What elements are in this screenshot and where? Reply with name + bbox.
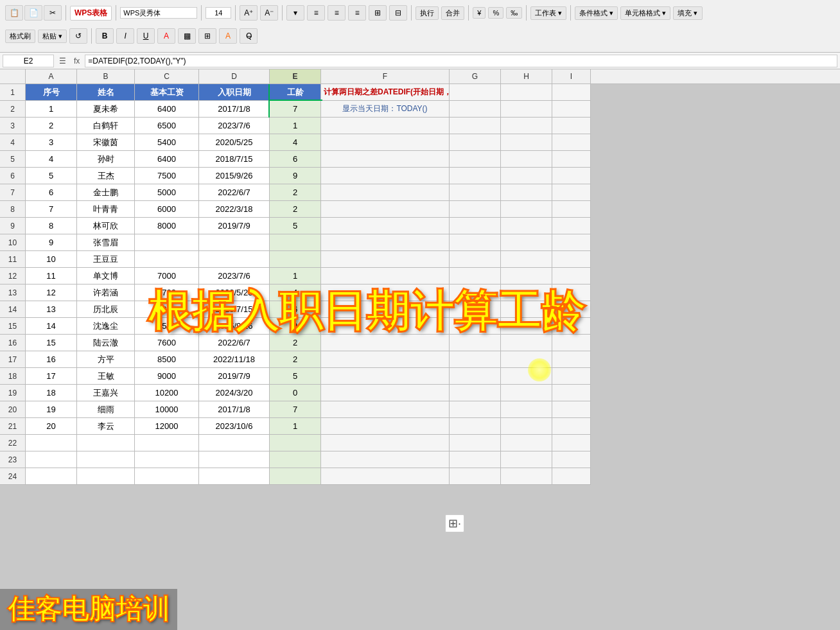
unmerge-btn[interactable]: ⊟ <box>389 5 407 21</box>
format-text-btn[interactable]: 格式刷 <box>5 30 35 43</box>
cell-a2[interactable]: 1 <box>26 101 77 118</box>
cursor-indicator <box>528 358 551 381</box>
font-bg-btn[interactable]: A <box>219 28 237 44</box>
row-num-19[interactable]: 19 <box>0 385 26 401</box>
header-name[interactable]: 姓名 <box>77 84 135 101</box>
formula-input[interactable] <box>85 55 837 67</box>
undo-btn[interactable]: ↺ <box>69 28 87 44</box>
sep8 <box>526 5 527 21</box>
col-header-d[interactable]: D <box>199 69 270 83</box>
row-num-3[interactable]: 3 <box>0 118 26 134</box>
yuan-btn[interactable]: ¥ <box>473 7 486 19</box>
font-size-input[interactable] <box>206 7 231 19</box>
header-f[interactable]: 计算两日期之差DATEDIF(开始日期，结束日期） <box>321 84 450 101</box>
header-i[interactable] <box>552 84 591 101</box>
row-num-15[interactable]: 15 <box>0 318 26 335</box>
row-num-14[interactable]: 14 <box>0 301 26 318</box>
underline-btn[interactable]: U <box>137 28 155 44</box>
row-num-24[interactable]: 24 <box>0 468 26 485</box>
conditional-format-btn[interactable]: 条件格式 ▾ <box>575 6 618 20</box>
col-header-g[interactable]: G <box>450 69 501 83</box>
strikethrough-btn[interactable]: Q̶ <box>240 28 258 44</box>
toolbar: 📋 📄 ✂ WPS表格 A⁺ A⁻ ▾ ≡ ≡ ≡ ⊞ ⊟ 执行 合并 ¥ % … <box>0 0 840 53</box>
toolbar-row2: 格式刷 粘贴 ▾ ↺ B I U A ▩ ⊞ A Q̶ <box>3 24 837 48</box>
col-header-i[interactable]: I <box>552 69 591 83</box>
cell-e2[interactable]: 7 <box>270 101 321 118</box>
col-header-e[interactable]: E <box>270 69 321 83</box>
row-num-4[interactable]: 4 <box>0 134 26 151</box>
permil-btn[interactable]: ‰ <box>506 7 522 19</box>
align-dropdown-btn[interactable]: ▾ <box>286 5 304 21</box>
table-row: 20李云120002023/10/61 <box>26 418 591 435</box>
execute-btn[interactable]: 执行 <box>416 6 439 20</box>
row-num-10[interactable]: 10 <box>0 234 26 251</box>
align-center-btn[interactable]: ≡ <box>328 5 346 21</box>
merge-btn[interactable]: ⊞ <box>369 5 387 21</box>
sep4 <box>235 5 236 21</box>
row-num-12[interactable]: 12 <box>0 268 26 284</box>
cell-c2[interactable]: 6400 <box>135 101 199 118</box>
cell-f2[interactable]: 显示当天日期：TODAY() <box>321 101 450 118</box>
header-no[interactable]: 序号 <box>26 84 77 101</box>
header-h[interactable] <box>501 84 552 101</box>
cell-d2[interactable]: 2017/1/8 <box>199 101 270 118</box>
font-shrink-btn[interactable]: A⁻ <box>260 5 278 21</box>
italic-btn[interactable]: I <box>116 28 134 44</box>
cut-btn[interactable]: ✂ <box>44 5 62 21</box>
table-row: 13历北辰68002018/7/156 <box>26 301 591 318</box>
row-num-20[interactable]: 20 <box>0 401 26 418</box>
cell-format-btn[interactable]: 单元格格式 ▾ <box>620 6 670 20</box>
col-header-f[interactable]: F <box>321 69 450 83</box>
col-header-h[interactable]: H <box>501 69 552 83</box>
border-btn[interactable]: ⊞ <box>198 28 216 44</box>
header-salary[interactable]: 基本工资 <box>135 84 199 101</box>
cell-b2[interactable]: 夏未希 <box>77 101 135 118</box>
copy-btn[interactable]: 📄 <box>24 5 42 21</box>
bold-btn[interactable]: B <box>96 28 114 44</box>
cell-fill-btn[interactable]: ▩ <box>178 28 196 44</box>
align-left-btn[interactable]: ≡ <box>307 5 325 21</box>
row-num-21[interactable]: 21 <box>0 418 26 435</box>
cell-i2[interactable] <box>552 101 591 118</box>
row-num-2[interactable]: 2 <box>0 101 26 118</box>
percent-btn[interactable]: % <box>488 7 503 19</box>
sheet-btn[interactable]: 工作表 ▾ <box>530 6 566 20</box>
header-g[interactable] <box>450 84 501 101</box>
cell-h2[interactable] <box>501 101 552 118</box>
paste-btn[interactable]: 📋 <box>5 5 23 21</box>
row-num-13[interactable]: 13 <box>0 284 26 301</box>
row-num-5[interactable]: 5 <box>0 151 26 168</box>
row-num-6[interactable]: 6 <box>0 168 26 184</box>
col-header-b[interactable]: B <box>77 69 135 83</box>
row-num-11[interactable]: 11 <box>0 251 26 268</box>
font-name-input[interactable] <box>120 7 197 19</box>
font-grow-btn[interactable]: A⁺ <box>240 5 258 21</box>
row-num-18[interactable]: 18 <box>0 368 26 385</box>
wps-logo: WPS表格 <box>70 6 112 21</box>
merge-cells-btn[interactable]: 合并 <box>441 6 464 20</box>
cell-reference-input[interactable] <box>3 55 54 67</box>
row-num-22[interactable]: 22 <box>0 435 26 451</box>
col-header-a[interactable]: A <box>26 69 77 83</box>
row-num-7[interactable]: 7 <box>0 184 26 201</box>
table-row: 18王嘉兴102002024/3/200 <box>26 385 591 401</box>
grid-wrapper: 1 2 3 4 5 6 7 8 9 10 11 12 13 14 15 16 1… <box>0 84 840 485</box>
paste-special-btn[interactable]: 粘贴 ▾ <box>38 30 67 43</box>
formula-fx-label: fx <box>71 57 82 66</box>
paste-indicator-icon[interactable]: ⊞· <box>445 514 464 532</box>
row-num-16[interactable]: 16 <box>0 335 26 351</box>
row-num-23[interactable]: 23 <box>0 451 26 468</box>
align-right-btn[interactable]: ≡ <box>348 5 366 21</box>
fill-btn[interactable]: 填充 ▾ <box>673 6 702 20</box>
row-num-1[interactable]: 1 <box>0 84 26 101</box>
font-color-btn[interactable]: A <box>157 28 175 44</box>
sep7 <box>468 5 469 21</box>
row-num-9[interactable]: 9 <box>0 218 26 234</box>
row-num-8[interactable]: 8 <box>0 201 26 218</box>
header-years[interactable]: 工龄 <box>270 84 321 101</box>
row-num-17[interactable]: 17 <box>0 351 26 368</box>
sep9 <box>570 5 571 21</box>
cell-g2[interactable] <box>450 101 501 118</box>
col-header-c[interactable]: C <box>135 69 199 83</box>
header-date[interactable]: 入职日期 <box>199 84 270 101</box>
